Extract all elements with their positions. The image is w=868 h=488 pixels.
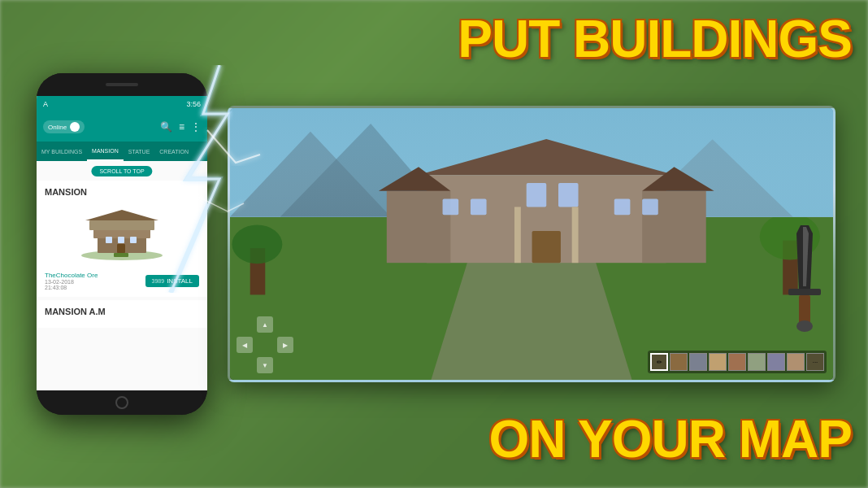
phone-content: SCROLL TO TOP MANSION: [37, 161, 207, 390]
more-icon[interactable]: ⋮: [191, 121, 201, 133]
main-container: A 3:56 Online 🔍 ≡ ⋮: [0, 0, 868, 488]
svg-rect-39: [799, 295, 810, 324]
svg-rect-28: [471, 199, 487, 216]
hotbar-slot-7[interactable]: [767, 353, 785, 371]
svg-marker-24: [419, 139, 674, 175]
phone-toolbar: Online 🔍 ≡ ⋮: [37, 112, 207, 142]
phone-tabs: MY BUILDINGS MANSION STATUE CREATION: [37, 142, 207, 161]
install-button-1[interactable]: 3989 INSTALL: [145, 275, 199, 287]
mansion-building: [320, 135, 773, 271]
phone-screen: A 3:56 Online 🔍 ≡ ⋮: [37, 96, 207, 390]
svg-rect-7: [130, 237, 137, 243]
building-item-1: MANSION: [37, 181, 207, 297]
svg-rect-34: [514, 207, 521, 264]
phone-bottom-bar: [37, 390, 207, 415]
building-title-2: MANSION A.M: [45, 307, 199, 316]
online-label: Online: [48, 124, 67, 131]
phone-mockup: A 3:56 Online 🔍 ≡ ⋮: [37, 73, 207, 415]
mansion-svg: [320, 135, 773, 271]
svg-rect-3: [89, 220, 154, 230]
hotbar-slot-4[interactable]: [709, 353, 727, 371]
tab-mansion[interactable]: MANSION: [87, 142, 124, 161]
pixel-sword: [768, 225, 835, 355]
hotbar-slot-3[interactable]: [689, 353, 707, 371]
hotbar-slot-6[interactable]: [748, 353, 766, 371]
dpad: ▲ ▼ ◀ ▶: [237, 316, 293, 373]
svg-marker-4: [85, 210, 158, 220]
home-button[interactable]: [115, 396, 128, 409]
building-date-1: 13-02-2018 21:43:08: [45, 279, 98, 290]
carrier-icon: A: [43, 100, 48, 108]
install-label-1: INSTALL: [167, 277, 193, 285]
tab-creation[interactable]: CREATION: [154, 142, 193, 161]
building-image-1: [73, 202, 171, 267]
hotbar-slot-2[interactable]: [670, 353, 688, 371]
speaker: [106, 83, 138, 86]
scroll-to-top-button[interactable]: SCROLL TO TOP: [91, 166, 152, 176]
dpad-down-button[interactable]: ▼: [257, 357, 273, 373]
svg-rect-8: [117, 244, 125, 253]
search-icon[interactable]: 🔍: [160, 121, 172, 133]
status-right: 3:56: [186, 100, 201, 108]
svg-rect-32: [642, 199, 658, 216]
phone-status-bar: A 3:56: [37, 96, 207, 112]
svg-rect-31: [614, 199, 631, 216]
building-details: TheChocolate Ore 13-02-2018 21:43:08: [45, 272, 98, 290]
online-toggle[interactable]: Online: [43, 120, 85, 133]
phone-wrap: A 3:56 Online 🔍 ≡ ⋮: [24, 73, 219, 415]
svg-rect-5: [106, 237, 112, 243]
filter-icon[interactable]: ≡: [179, 121, 184, 133]
dpad-up-button[interactable]: ▲: [257, 316, 273, 333]
sword-svg: [768, 225, 835, 355]
svg-rect-27: [443, 199, 459, 216]
building-title-1: MANSION: [45, 187, 199, 197]
game-screenshot: ▲ ▼ ◀ ▶ ✏ ···: [228, 106, 835, 382]
install-count-1: 3989: [152, 278, 165, 284]
svg-rect-6: [118, 237, 124, 243]
hotbar-slot-8[interactable]: [787, 353, 805, 371]
building-author-1: TheChocolate Ore: [45, 272, 98, 279]
building-info-1: TheChocolate Ore 13-02-2018 21:43:08 398…: [45, 272, 199, 290]
hotbar-slot-1[interactable]: ✏: [650, 353, 668, 371]
toggle-circle: [70, 122, 80, 132]
tab-my-buildings[interactable]: MY BUILDINGS: [37, 142, 87, 161]
game-ui: ▲ ▼ ◀ ▶ ✏ ···: [230, 315, 833, 380]
svg-rect-33: [532, 231, 561, 263]
hotbar-slot-5[interactable]: [728, 353, 746, 371]
svg-point-18: [232, 224, 282, 264]
svg-rect-30: [558, 183, 579, 207]
building-svg: [77, 208, 167, 261]
hotbar-slot-more[interactable]: ···: [806, 353, 824, 371]
svg-rect-22: [387, 191, 451, 263]
svg-point-40: [796, 320, 813, 332]
svg-rect-35: [572, 207, 579, 264]
svg-rect-38: [788, 289, 821, 295]
building-item-2: MANSION A.M: [37, 300, 207, 328]
dpad-left-button[interactable]: ◀: [237, 337, 253, 353]
dpad-right-button[interactable]: ▶: [277, 337, 293, 353]
svg-rect-29: [527, 183, 547, 207]
svg-rect-9: [114, 253, 128, 257]
phone-top-bar: [37, 73, 207, 96]
tab-statue[interactable]: STATUE: [124, 142, 155, 161]
toolbar-icons: 🔍 ≡ ⋮: [160, 121, 201, 133]
